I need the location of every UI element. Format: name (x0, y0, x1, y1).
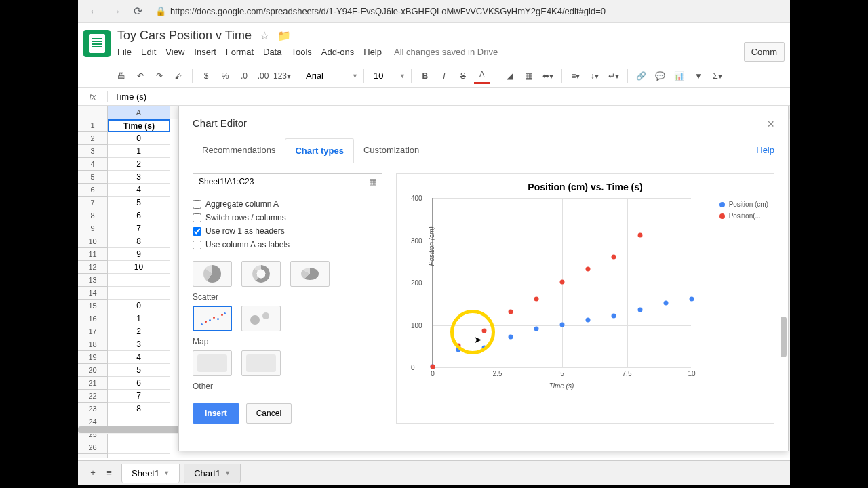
menu-addons[interactable]: Add-ons (321, 47, 354, 57)
merge-icon[interactable]: ⬌▾ (540, 68, 556, 84)
menu-help[interactable]: Help (363, 47, 382, 57)
percent-icon[interactable]: % (217, 68, 233, 84)
row-header[interactable]: 16 (78, 312, 108, 325)
cancel-button[interactable]: Cancel (246, 403, 292, 424)
borders-icon[interactable]: ▦ (521, 68, 537, 84)
print-icon[interactable]: 🖶 (113, 68, 130, 84)
cell[interactable]: 0 (108, 300, 170, 312)
cell[interactable]: 0 (108, 132, 170, 145)
row-header[interactable]: 13 (78, 274, 108, 287)
cell[interactable] (108, 454, 170, 458)
cell[interactable]: 10 (108, 261, 170, 274)
row-header[interactable]: 5 (78, 171, 108, 184)
grid-icon[interactable]: ▦ (369, 177, 376, 186)
cell[interactable]: 8 (108, 403, 170, 415)
insert-button[interactable]: Insert (193, 403, 239, 424)
bold-icon[interactable]: B (417, 68, 433, 84)
row-header[interactable]: 23 (78, 403, 108, 415)
menu-tools[interactable]: Tools (291, 47, 311, 57)
row-header[interactable]: 26 (78, 441, 108, 454)
filter-icon[interactable]: ▼ (690, 68, 707, 84)
row-header[interactable]: 17 (78, 325, 108, 338)
menu-insert[interactable]: Insert (194, 47, 216, 57)
donut-chart-thumb[interactable] (241, 261, 281, 287)
cell[interactable]: Time (s) (108, 119, 170, 132)
chevron-down-icon[interactable]: ▼ (163, 470, 170, 476)
use-headers-checkbox[interactable]: Use row 1 as headers (193, 224, 382, 238)
link-icon[interactable]: 🔗 (633, 68, 650, 84)
chevron-down-icon[interactable]: ▼ (224, 470, 231, 476)
functions-icon[interactable]: Σ▾ (709, 68, 726, 84)
back-icon[interactable]: ← (86, 3, 102, 20)
wrap-icon[interactable]: ↵▾ (606, 68, 622, 84)
menu-file[interactable]: File (117, 47, 132, 57)
cell[interactable]: 1 (108, 145, 170, 158)
forward-icon[interactable]: → (108, 3, 124, 20)
row-header[interactable]: 7 (78, 197, 108, 209)
text-color-icon[interactable]: A (474, 68, 490, 84)
row-header[interactable]: 15 (78, 300, 108, 312)
scatter-chart-thumb[interactable] (193, 306, 232, 331)
folder-icon[interactable]: 📁 (277, 29, 291, 42)
menu-view[interactable]: View (165, 47, 184, 57)
cell[interactable]: 3 (108, 338, 170, 351)
row-header[interactable]: 14 (78, 287, 108, 300)
row-header[interactable]: 18 (78, 338, 108, 351)
row-header[interactable]: 6 (78, 184, 108, 197)
undo-icon[interactable]: ↶ (132, 68, 149, 84)
paint-format-icon[interactable]: 🖌 (170, 68, 186, 84)
v-align-icon[interactable]: ↕▾ (587, 68, 603, 84)
comment-icon[interactable]: 💬 (652, 68, 669, 84)
decrease-decimal-icon[interactable]: .0 (236, 68, 252, 84)
tab-recommendations[interactable]: Recommendations (193, 138, 285, 163)
formula-value[interactable]: Time (s) (108, 92, 146, 102)
currency-icon[interactable]: $ (198, 68, 214, 84)
row-header[interactable]: 8 (78, 209, 108, 222)
data-range-input[interactable]: Sheet1!A1:C23 ▦ (193, 173, 382, 190)
cell[interactable]: 1 (108, 312, 170, 325)
fill-color-icon[interactable]: ◢ (502, 68, 518, 84)
row-header[interactable]: 27 (78, 454, 108, 458)
help-link[interactable]: Help (756, 138, 774, 163)
row-header[interactable]: 3 (78, 145, 108, 158)
row-header[interactable]: 21 (78, 377, 108, 390)
cell[interactable]: 4 (108, 351, 170, 364)
cell[interactable] (108, 287, 170, 300)
scrollbar-thumb[interactable] (781, 317, 787, 357)
cell[interactable]: 5 (108, 364, 170, 377)
cell[interactable]: 7 (108, 222, 170, 235)
font-select[interactable]: Arial (302, 69, 349, 82)
tab-chart-types[interactable]: Chart types (285, 138, 354, 163)
cell[interactable]: 2 (108, 325, 170, 338)
select-all-corner[interactable] (78, 106, 108, 119)
strikethrough-icon[interactable]: S (455, 68, 471, 84)
italic-icon[interactable]: I (436, 68, 452, 84)
geo-markers-thumb[interactable] (241, 350, 281, 376)
sheet-tab-chart1[interactable]: Chart1▼ (184, 464, 241, 483)
number-format-icon[interactable]: 123▾ (274, 68, 290, 84)
star-icon[interactable]: ☆ (260, 29, 269, 42)
aggregate-checkbox[interactable]: Aggregate column A (193, 197, 382, 211)
cell[interactable]: 7 (108, 390, 170, 403)
cell[interactable]: 2 (108, 158, 170, 171)
cell[interactable]: 6 (108, 209, 170, 222)
h-align-icon[interactable]: ≡▾ (568, 68, 584, 84)
all-sheets-icon[interactable]: ≡ (101, 468, 117, 478)
close-icon[interactable]: × (767, 117, 774, 131)
pie-chart-thumb[interactable] (193, 261, 232, 287)
cell[interactable]: 6 (108, 377, 170, 390)
menu-edit[interactable]: Edit (141, 47, 156, 57)
row-header[interactable]: 11 (78, 248, 108, 261)
redo-icon[interactable]: ↷ (151, 68, 167, 84)
menu-format[interactable]: Format (226, 47, 254, 57)
row-header[interactable]: 1 (78, 119, 108, 132)
geo-chart-thumb[interactable] (193, 350, 232, 376)
row-header[interactable]: 12 (78, 261, 108, 274)
col-header-a[interactable]: A (108, 106, 170, 119)
row-header[interactable]: 4 (78, 158, 108, 171)
switch-rows-checkbox[interactable]: Switch rows / columns (193, 211, 382, 224)
font-size-select[interactable]: 10 (370, 69, 397, 82)
row-header[interactable]: 2 (78, 132, 108, 145)
sheets-logo-icon[interactable] (83, 30, 111, 57)
increase-decimal-icon[interactable]: .00 (255, 68, 271, 84)
